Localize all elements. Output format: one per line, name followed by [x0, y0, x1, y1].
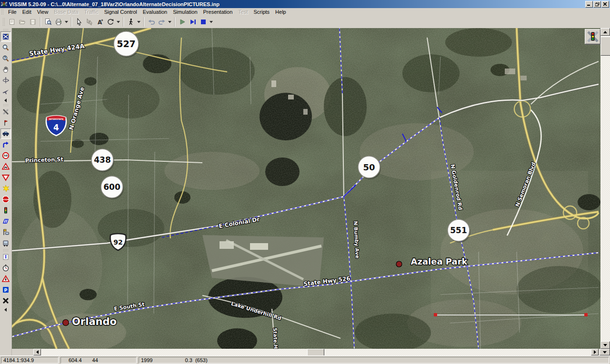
minimize-button[interactable]: [585, 1, 593, 8]
sidebar-signal-heads-button[interactable]: [0, 205, 11, 216]
map-canvas[interactable]: 527 438 600 50: [12, 28, 600, 349]
open-folder-icon: [19, 18, 26, 26]
vertical-scroll-thumb[interactable]: [600, 37, 610, 56]
side-toolbar-grip[interactable]: [3, 249, 9, 251]
flight-icon: [2, 88, 10, 95]
new-file-icon: [8, 18, 16, 26]
sidebar-zoom-info-button[interactable]: ?: [0, 53, 11, 64]
azalea-park-dot: [396, 261, 402, 267]
scroll-up-button[interactable]: [600, 28, 610, 36]
arrow-right-icon: [594, 350, 596, 354]
side-toolbar-grip[interactable]: [3, 104, 9, 106]
caret-down-icon: [137, 21, 140, 23]
undo-dropdown-caret[interactable]: [167, 17, 172, 27]
sidebar-collapse-button[interactable]: [0, 97, 11, 103]
menu-evaluation[interactable]: Evaluation: [140, 9, 170, 15]
pedestrian-dropdown-caret[interactable]: [136, 17, 141, 27]
scroll-right-button[interactable]: [591, 349, 599, 355]
pane-split-button[interactable]: [600, 349, 610, 355]
arrow-up-icon: [603, 31, 607, 33]
text-zoom-button[interactable]: A: [95, 17, 105, 27]
sidebar-desired-speed-button[interactable]: 50: [0, 150, 11, 161]
view-dropdown-caret[interactable]: [116, 17, 121, 27]
measurement-endpoint[interactable]: [584, 313, 588, 316]
pan-hand-icon: [2, 66, 10, 73]
print-dropdown-caret[interactable]: [64, 17, 69, 27]
vertical-scrollbar[interactable]: [600, 28, 610, 349]
select-mode-button[interactable]: [74, 17, 84, 27]
arrow-left-icon: [36, 350, 39, 354]
menu-scripts[interactable]: Scripts: [250, 9, 272, 15]
menu-presentation[interactable]: Presentation: [200, 9, 236, 15]
sidebar-collapse-bottom-button[interactable]: [0, 306, 11, 313]
open-button[interactable]: [17, 17, 28, 27]
sidebar-conflict-areas-button[interactable]: [0, 183, 11, 194]
redo-button[interactable]: [157, 17, 167, 27]
menu-view[interactable]: View: [34, 9, 51, 15]
sidebar-nodes-button[interactable]: [0, 295, 11, 306]
zoom-info-icon: ?: [2, 55, 10, 62]
new-button[interactable]: [7, 17, 17, 27]
sidebar-pt-lines-button[interactable]: [0, 238, 11, 248]
print-button[interactable]: [53, 17, 64, 27]
sidebar-stop-signs-button[interactable]: STOP: [0, 194, 11, 205]
rotate-3d-icon: [2, 77, 10, 84]
restore-icon: [595, 2, 600, 6]
svg-text:INTERSTATE: INTERSTATE: [49, 118, 64, 120]
menu-simulation[interactable]: Simulation: [170, 9, 200, 15]
menu-file[interactable]: File: [5, 9, 20, 15]
sidebar-pt-stops-button[interactable]: [0, 227, 11, 237]
toolbar-grip[interactable]: [2, 18, 5, 26]
single-step-button[interactable]: [188, 17, 198, 27]
print-preview-button[interactable]: [43, 17, 53, 27]
sidebar-parking-lots-button[interactable]: P: [0, 285, 11, 295]
run-simulation-button[interactable]: [177, 17, 188, 27]
sidebar-fly-through-button[interactable]: [0, 86, 11, 97]
title-bar[interactable]: VISSIM 5.20-09 - C:\...0\Alternate_07_18…: [0, 0, 610, 8]
turn-arrow-icon: [2, 141, 10, 148]
sidebar-travel-times-button[interactable]: [0, 263, 11, 273]
menu-test: Test: [235, 9, 250, 15]
sidebar-queue-counters-button[interactable]: [0, 274, 11, 284]
menu-help[interactable]: Help: [272, 9, 289, 15]
select-links-button[interactable]: [84, 17, 95, 27]
rotate-icon: [107, 18, 114, 26]
rotate-view-button[interactable]: [105, 17, 116, 27]
undo-button[interactable]: [146, 17, 157, 27]
sidebar-detectors-button[interactable]: [0, 216, 11, 226]
measurement-endpoint[interactable]: [434, 313, 437, 316]
sidebar-pedestrian-routes-button[interactable]: [0, 118, 11, 128]
sidebar-zoom-button[interactable]: [0, 42, 11, 53]
sidebar-vehicles-in-network-button[interactable]: [0, 128, 11, 139]
sidebar-network-edit-button[interactable]: [0, 31, 11, 42]
pedestrian-button[interactable]: [126, 17, 136, 27]
scroll-down-button[interactable]: [600, 341, 610, 349]
scroll-left-button[interactable]: [33, 349, 41, 355]
close-button[interactable]: [601, 1, 609, 8]
sidebar-data-collection-button[interactable]: I: [0, 252, 11, 262]
menu-grip[interactable]: [1, 9, 3, 15]
menu-signal-control[interactable]: Signal Control: [101, 9, 140, 15]
sidebar-rotate-3d-button[interactable]: [0, 75, 11, 86]
route-flag-icon: [2, 119, 10, 127]
sidebar-priority-rules-button[interactable]: [0, 172, 11, 183]
menu-edit[interactable]: Edit: [20, 9, 34, 15]
signal-junction-button[interactable]: [585, 29, 600, 44]
status-bar: 4184.1:934.9 604.4 44 1999 0.3 (653): [0, 355, 610, 364]
sidebar-links-button[interactable]: [0, 107, 11, 117]
restore-button[interactable]: [593, 1, 601, 8]
app-icon[interactable]: [1, 1, 7, 7]
toolbar-separator: [40, 17, 41, 27]
stop-simulation-button[interactable]: [198, 17, 209, 27]
data-collection-icon: I: [2, 253, 10, 261]
menu-base-data: Base Data: [51, 9, 81, 15]
sidebar-vehicle-routes-button[interactable]: [0, 139, 11, 150]
side-toolbar-grip[interactable]: [3, 29, 9, 31]
simulation-dropdown-caret[interactable]: [209, 17, 214, 27]
sidebar-pan-button[interactable]: [0, 64, 11, 75]
satellite-map[interactable]: 527 438 600 50: [12, 28, 600, 349]
sidebar-reduced-speed-button[interactable]: [0, 161, 11, 172]
status-value-1: 604.4: [69, 357, 82, 363]
horizontal-scrollbar[interactable]: [33, 349, 599, 355]
save-button[interactable]: [28, 17, 38, 27]
